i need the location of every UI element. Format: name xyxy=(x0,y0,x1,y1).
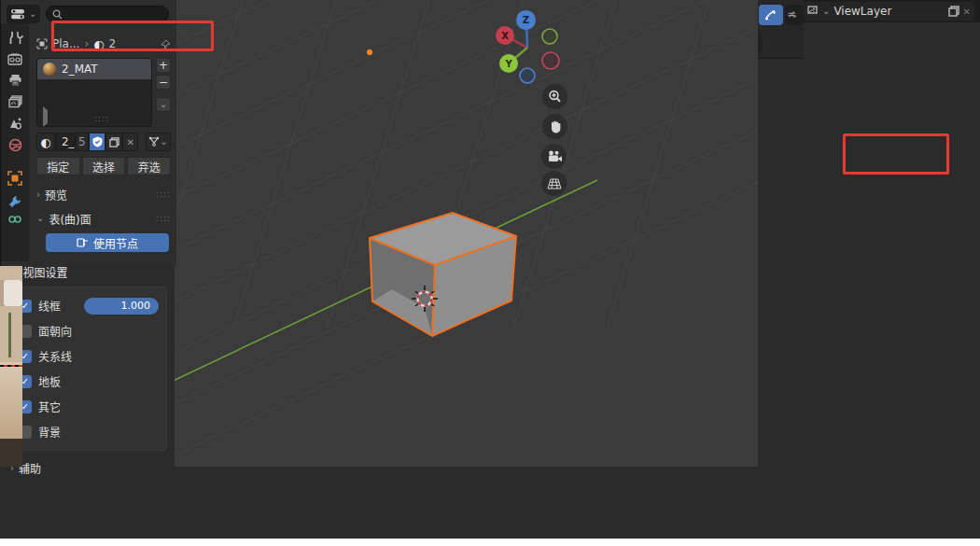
nodes-icon xyxy=(77,238,88,247)
properties-icon xyxy=(10,8,25,20)
use-nodes-label: 使用节点 xyxy=(93,235,138,251)
toggle-label: 其它 xyxy=(38,399,61,414)
pan-view-button[interactable] xyxy=(542,114,567,139)
tab-scene-icon[interactable] xyxy=(8,117,22,130)
pin-icon[interactable] xyxy=(161,39,171,49)
fake-user-shield-button[interactable] xyxy=(89,133,105,151)
zoom-view-button[interactable] xyxy=(542,84,567,109)
material-slot-list[interactable]: 2_MAT :::: xyxy=(36,58,152,127)
copy-icon xyxy=(109,137,119,147)
tab-world-icon[interactable] xyxy=(8,138,22,152)
tab-output-icon[interactable] xyxy=(8,74,22,87)
collapse-arrow-icon: ⌄ xyxy=(36,214,44,223)
properties-editor-type-button[interactable]: ⌄ xyxy=(7,5,40,23)
show-overlays-button[interactable] xyxy=(759,5,783,25)
collapsed-arrow-icon: › xyxy=(36,189,40,200)
material-slot-row[interactable]: 2_MAT xyxy=(37,59,151,79)
aux-section-header[interactable]: › 辅助 xyxy=(10,458,167,477)
chevron-down-icon: ⌄ xyxy=(822,7,830,16)
shield-icon xyxy=(92,136,103,147)
toggle-face-orientation[interactable]: 面朝向 xyxy=(19,318,159,343)
toggle-label: 地板 xyxy=(38,373,61,389)
surface-title: 表(曲)面 xyxy=(49,211,91,227)
properties-tabs xyxy=(1,23,29,261)
add-slot-button[interactable]: + xyxy=(156,58,171,73)
object-origin-dot xyxy=(367,49,372,55)
material-name-field[interactable]: 2_ xyxy=(55,133,76,151)
blender-window: 文件 编辑 渲染 窗口 帮助 Layout Modeling Sculpting… xyxy=(0,0,980,539)
magnifier-plus-icon xyxy=(548,90,562,104)
remove-slot-button[interactable]: − xyxy=(156,75,171,90)
toggle-label: 关系线 xyxy=(38,348,72,364)
tab-render-icon[interactable] xyxy=(7,53,22,65)
gizmo-x-ball[interactable]: X xyxy=(496,26,514,45)
preview-title: 预览 xyxy=(45,187,67,203)
search-icon xyxy=(52,9,63,20)
overlay-arrow-icon xyxy=(764,9,777,21)
hand-icon xyxy=(549,119,562,133)
viewlayer-icon xyxy=(806,6,819,17)
new-copy-icon[interactable] xyxy=(948,6,959,17)
use-nodes-button[interactable]: 使用节点 xyxy=(46,233,169,252)
select-button[interactable]: 选择 xyxy=(82,157,126,175)
surface-section-header[interactable]: ⌄ 表(曲)面 :::: xyxy=(36,209,171,228)
browse-material-button[interactable]: ◐ xyxy=(36,133,55,151)
assign-button[interactable]: 指定 xyxy=(36,157,80,175)
slot-name: 2_MAT xyxy=(62,63,98,76)
node-link-dropdown[interactable]: ⌄ xyxy=(146,133,171,151)
chevron-down-icon: ⌄ xyxy=(29,9,36,19)
breadcrumb-object[interactable]: Pla... xyxy=(52,37,79,50)
material-properties: Pla... › ◐ 2_ 2_MAT :::: + xyxy=(29,28,176,266)
unlink-button[interactable]: ✕ xyxy=(122,133,137,151)
nodetree-icon xyxy=(148,137,160,147)
tab-data-icon[interactable] xyxy=(7,214,22,221)
gizmo-y-ball[interactable]: Y xyxy=(499,54,518,73)
preview-section-header[interactable]: › 预览 :::: xyxy=(36,185,171,203)
toggle-label: 背景 xyxy=(38,424,61,440)
wireframe-value-slider[interactable]: 1.000 xyxy=(84,298,159,315)
copy-material-button[interactable] xyxy=(105,133,122,151)
material-ball-icon: ◐ xyxy=(93,37,104,51)
object-icon xyxy=(36,38,48,49)
properties-search-input[interactable] xyxy=(46,6,169,22)
toggle-label: 线框 xyxy=(38,298,61,314)
grid-icon xyxy=(547,177,562,190)
drag-grip-icon[interactable]: :::: xyxy=(156,189,171,199)
drag-grip-icon[interactable]: :::: xyxy=(156,214,171,223)
edit-cube xyxy=(370,213,516,336)
toggle-wireframe[interactable]: ✓ 线框 1.000 xyxy=(19,293,159,318)
gizmo-z-ball[interactable]: Z xyxy=(516,10,536,30)
users-count-badge[interactable]: 5 xyxy=(76,133,90,151)
tab-object-icon[interactable] xyxy=(7,171,22,186)
camera-view-button[interactable] xyxy=(541,144,567,169)
toggle-others[interactable]: ✓ 其它 xyxy=(19,394,159,419)
viewlayer-name[interactable]: ViewLayer xyxy=(833,5,891,18)
camera-icon xyxy=(547,150,562,162)
toggle-floor[interactable]: ✓ 地板 xyxy=(19,369,159,394)
annotation-glyph: ≠ xyxy=(787,7,796,21)
deselect-button[interactable]: 弃选 xyxy=(127,157,171,175)
tab-modifier-icon[interactable] xyxy=(7,194,22,209)
viewlayer-selector[interactable]: ⌄ ViewLayer ✕ xyxy=(803,2,974,21)
tab-viewlayer-icon[interactable] xyxy=(8,95,22,108)
properties-editor: ⌄ Pla... › ◐ xyxy=(0,0,176,266)
breadcrumb-separator: › xyxy=(84,37,89,50)
render-border-bottom xyxy=(0,365,22,367)
tab-tool-icon[interactable] xyxy=(8,31,22,45)
toggle-label: 面朝向 xyxy=(38,323,72,339)
screenshot: 文件 编辑 渲染 窗口 帮助 Layout Modeling Sculpting… xyxy=(0,0,980,546)
slot-specials-button[interactable]: ⌄ xyxy=(156,97,171,112)
ortho-toggle-button[interactable] xyxy=(541,171,567,196)
view-settings-title: 视图设置 xyxy=(22,264,67,280)
toggle-relationship-lines[interactable]: ✓ 关系线 xyxy=(19,343,159,369)
drag-grip-icon[interactable]: :::: xyxy=(94,114,109,123)
expand-arrow-icon[interactable] xyxy=(43,110,48,123)
material-preview-sphere xyxy=(43,63,56,76)
close-icon: ✕ xyxy=(963,7,971,17)
toggle-background[interactable]: 背景 xyxy=(19,419,159,444)
annotation-box-outliner-plane xyxy=(843,133,949,175)
breadcrumb-material[interactable]: 2_ xyxy=(109,37,122,50)
